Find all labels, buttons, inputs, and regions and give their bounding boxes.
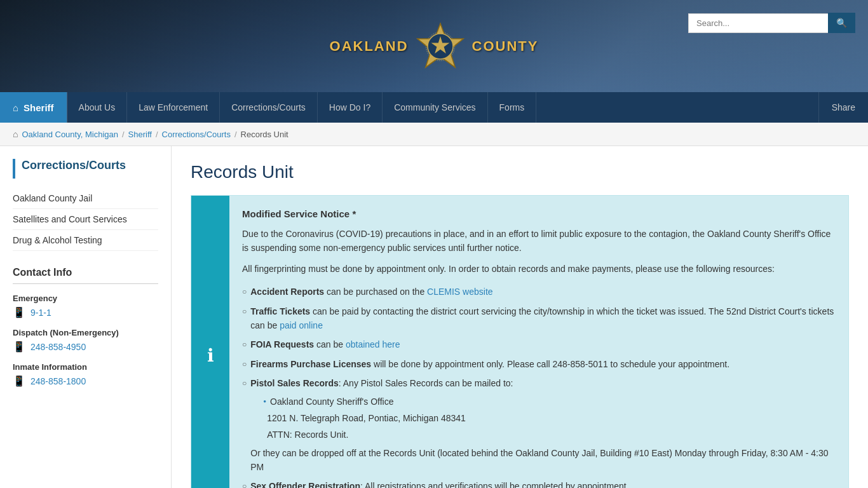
search-input[interactable] — [688, 13, 828, 33]
pistol-office: Oakland County Sheriff's Office — [270, 395, 393, 409]
breadcrumb-link-county[interactable]: Oakland County, Michigan — [22, 130, 118, 139]
contact-dispatch: Dispatch (Non-Emergency) 📱 248-858-4950 — [13, 328, 158, 353]
accident-bold: Accident Reports — [250, 287, 324, 297]
inmate-label: Inmate Information — [13, 362, 158, 372]
sex-offender-text: Sex Offender Registration: All registrat… — [250, 479, 626, 488]
emergency-label: Emergency — [13, 294, 158, 303]
bullet-accident: ○ — [242, 286, 247, 298]
nav-home-label: Sheriff — [24, 102, 54, 113]
sub-bullet-1: ● — [263, 398, 266, 406]
traffic-text: Traffic Tickets can be paid by contactin… — [250, 304, 836, 333]
nav-item-how-do-i[interactable]: How Do I? — [318, 92, 383, 123]
nav-item-forms[interactable]: Forms — [488, 92, 537, 123]
nav-items: About Us Law Enforcement Corrections/Cou… — [67, 92, 818, 123]
foia-bold: FOIA Requests — [250, 339, 314, 349]
sex-offender-bold: Sex Offender Registration — [250, 481, 360, 488]
notice-intro-2: All fingerprinting must be done by appoi… — [242, 262, 836, 276]
paid-online-link[interactable]: paid online — [280, 320, 323, 330]
bullet-pistol: ○ — [242, 377, 247, 390]
bullet-firearms: ○ — [242, 358, 247, 370]
inmate-phone-link[interactable]: 248-858-1800 — [31, 376, 86, 386]
phone-icon-inmate: 📱 — [13, 375, 25, 387]
nav-item-community[interactable]: Community Services — [383, 92, 487, 123]
breadcrumb: ⌂ Oakland County, Michigan / Sheriff / C… — [0, 123, 868, 146]
traffic-bold: Traffic Tickets — [250, 306, 310, 316]
home-icon: ⌂ — [13, 102, 18, 113]
pistol-sub-list: ● Oakland County Sheriff's Office 1201 N… — [250, 393, 836, 444]
dispatch-label: Dispatch (Non-Emergency) — [13, 328, 158, 337]
emergency-phone-link[interactable]: 9-1-1 — [31, 308, 51, 318]
pistol-attn: ATTN: Records Unit. — [267, 428, 348, 442]
notice-title: Modified Service Notice * — [242, 208, 836, 219]
accident-text: Accident Reports can be purchased on the… — [250, 285, 492, 299]
main-content: Corrections/Courts Oakland County Jail S… — [0, 146, 868, 488]
info-icon: ℹ — [207, 345, 214, 366]
page-content: Records Unit ℹ Modified Service Notice *… — [172, 146, 868, 488]
contact-info-title: Contact Info — [13, 267, 158, 284]
bullet-traffic: ○ — [242, 306, 247, 318]
breadcrumb-current: Records Unit — [241, 130, 288, 139]
dispatch-phone: 📱 248-858-4950 — [13, 341, 158, 353]
nav-item-about[interactable]: About Us — [67, 92, 128, 123]
sidebar-item-jail[interactable]: Oakland County Jail — [13, 188, 158, 209]
breadcrumb-sep-3: / — [234, 130, 237, 139]
firearms-bold: Firearms Purchase Licenses — [250, 359, 371, 369]
contact-info: Contact Info Emergency 📱 9-1-1 Dispatch … — [13, 267, 158, 387]
header-logo: OAKLAND COUNTY — [330, 21, 539, 72]
contact-emergency: Emergency 📱 9-1-1 — [13, 294, 158, 318]
sidebar: Corrections/Courts Oakland County Jail S… — [0, 146, 172, 488]
dispatch-phone-link[interactable]: 248-858-4950 — [31, 342, 86, 352]
contact-inmate: Inmate Information 📱 248-858-1800 — [13, 362, 158, 387]
pistol-sub-2: 1201 N. Telegraph Road, Pontiac, Michiga… — [263, 410, 836, 426]
phone-icon-emergency: 📱 — [13, 306, 25, 318]
nav-share[interactable]: Share — [818, 92, 868, 123]
header-text-left: OAKLAND — [330, 38, 409, 55]
search-area: 🔍 — [688, 13, 855, 33]
pistol-address: 1201 N. Telegraph Road, Pontiac, Michiga… — [267, 411, 466, 425]
search-button[interactable]: 🔍 — [828, 13, 855, 33]
notice-box: ℹ Modified Service Notice * Due to the C… — [191, 195, 849, 488]
list-item-accident: ○ Accident Reports can be purchased on t… — [242, 282, 836, 301]
nav-item-corrections[interactable]: Corrections/Courts — [220, 92, 318, 123]
inmate-phone: 📱 248-858-1800 — [13, 375, 158, 387]
sidebar-item-drug[interactable]: Drug & Alcohol Testing — [13, 230, 158, 251]
sidebar-title: Corrections/Courts — [13, 159, 158, 179]
list-item-sex-offender: ○ Sex Offender Registration: All registr… — [242, 477, 836, 488]
pistol-bold: Pistol Sales Records — [250, 378, 339, 388]
pistol-text: Pistol Sales Records: Any Pistol Sales R… — [250, 376, 836, 474]
page-title: Records Unit — [191, 162, 849, 182]
breadcrumb-home-icon: ⌂ — [13, 129, 18, 139]
notice-content: Modified Service Notice * Due to the Cor… — [229, 196, 848, 488]
sheriff-badge[interactable] — [415, 21, 466, 72]
breadcrumb-link-corrections[interactable]: Corrections/Courts — [162, 130, 231, 139]
nav-item-law-enforcement[interactable]: Law Enforcement — [127, 92, 220, 123]
bullet-sex-offender: ○ — [242, 480, 247, 488]
header-text-right: COUNTY — [472, 38, 539, 55]
nav-bar: ⌂ Sheriff About Us Law Enforcement Corre… — [0, 92, 868, 123]
header-logo-container: OAKLAND COUNTY — [330, 21, 539, 72]
list-item-foia: ○ FOIA Requests can be obtained here — [242, 335, 836, 354]
foia-text: FOIA Requests can be obtained here — [250, 337, 400, 351]
notice-sidebar-icon: ℹ — [191, 196, 229, 488]
obtained-here-link[interactable]: obtained here — [346, 339, 400, 349]
clemis-link[interactable]: CLEMIS website — [427, 287, 492, 297]
list-item-pistol: ○ Pistol Sales Records: Any Pistol Sales… — [242, 374, 836, 477]
notice-intro-1: Due to the Coronavirus (COVID-19) precau… — [242, 227, 836, 255]
list-item-firearms: ○ Firearms Purchase Licenses will be don… — [242, 355, 836, 374]
sidebar-item-satellites[interactable]: Satellites and Court Services — [13, 209, 158, 230]
phone-icon-dispatch: 📱 — [13, 341, 25, 353]
pistol-sub-1: ● Oakland County Sheriff's Office — [263, 393, 836, 410]
nav-home[interactable]: ⌂ Sheriff — [0, 92, 67, 123]
breadcrumb-sep-1: / — [122, 130, 125, 139]
notice-list: ○ Accident Reports can be purchased on t… — [242, 282, 836, 488]
firearms-text: Firearms Purchase Licenses will be done … — [250, 357, 729, 371]
pistol-sub-3: ATTN: Records Unit. — [263, 426, 836, 443]
breadcrumb-sep-2: / — [156, 130, 158, 139]
header-banner: OAKLAND COUNTY 🔍 — [0, 0, 868, 92]
emergency-phone: 📱 9-1-1 — [13, 306, 158, 318]
breadcrumb-link-sheriff[interactable]: Sheriff — [128, 130, 152, 139]
bullet-foia: ○ — [242, 339, 247, 351]
list-item-traffic: ○ Traffic Tickets can be paid by contact… — [242, 302, 836, 336]
